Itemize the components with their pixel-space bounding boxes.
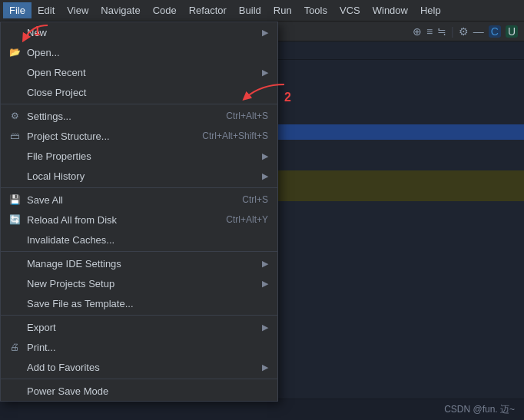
menu-item-arrow-8: ▶ xyxy=(262,171,268,181)
status-right: CSDN @fun. 迈~ xyxy=(444,403,515,416)
menu-item-label-18: Export xyxy=(27,322,256,333)
settings-icon[interactable]: ⚙ xyxy=(459,25,469,38)
toolbar-icons: ⊕ ≡ ≒ | ⚙ — C U xyxy=(413,25,518,38)
menu-bar: File Edit View Navigate Code Refactor Bu… xyxy=(0,0,524,21)
menu-item-icon-1: 📂 xyxy=(7,47,22,58)
align-icon[interactable]: ≡ xyxy=(426,25,433,38)
menu-separator xyxy=(1,187,277,188)
menu-item-label-1: Open... xyxy=(27,47,268,58)
menu-dropdown-item-3[interactable]: Close Project xyxy=(1,82,277,102)
menu-item-icon-10: 💾 xyxy=(7,194,22,205)
menu-item-label-6: Project Structure... xyxy=(27,131,202,142)
add-icon[interactable]: ⊕ xyxy=(413,25,422,38)
menu-view[interactable]: View xyxy=(61,2,95,18)
u-icon[interactable]: U xyxy=(506,25,518,38)
menu-separator xyxy=(1,379,277,379)
menu-item-icon-11: 🔄 xyxy=(7,214,22,225)
menu-item-label-15: New Projects Setup xyxy=(27,278,256,289)
menu-dropdown-item-8[interactable]: Local History▶ xyxy=(1,166,277,186)
menu-build[interactable]: Build xyxy=(233,2,267,18)
menu-item-label-3: Close Project xyxy=(27,87,268,98)
menu-dropdown-item-6[interactable]: 🗃Project Structure...Ctrl+Alt+Shift+S xyxy=(1,126,277,146)
menu-dropdown-item-10[interactable]: 💾Save AllCtrl+S xyxy=(1,190,277,210)
menu-vcs[interactable]: VCS xyxy=(333,2,366,18)
menu-item-icon-6: 🗃 xyxy=(7,131,22,141)
menu-separator xyxy=(1,315,277,316)
menu-help[interactable]: Help xyxy=(414,2,447,18)
menu-dropdown-item-12[interactable]: Invalidate Caches... xyxy=(1,230,277,250)
divider: | xyxy=(451,25,454,38)
menu-item-icon-5: ⚙ xyxy=(7,111,22,121)
menu-dropdown-item-18[interactable]: Export▶ xyxy=(1,317,277,337)
menu-item-arrow-0: ▶ xyxy=(262,28,268,38)
menu-refactor[interactable]: Refactor xyxy=(183,2,233,18)
menu-dropdown-item-16[interactable]: Save File as Template... xyxy=(1,293,277,313)
menu-edit[interactable]: Edit xyxy=(32,2,61,18)
menu-item-arrow-7: ▶ xyxy=(262,151,268,161)
menu-item-label-8: Local History xyxy=(27,170,256,182)
menu-item-shortcut-10: Ctrl+S xyxy=(242,194,268,205)
menu-item-label-12: Invalidate Caches... xyxy=(27,234,268,246)
menu-dropdown-item-2[interactable]: Open Recent▶ xyxy=(1,62,277,82)
menu-item-label-11: Reload All from Disk xyxy=(27,214,226,226)
menu-run[interactable]: Run xyxy=(267,2,298,18)
menu-item-label-22: Power Save Mode xyxy=(27,385,268,397)
menu-item-label-16: Save File as Template... xyxy=(27,298,268,309)
menu-dropdown-item-11[interactable]: 🔄Reload All from DiskCtrl+Alt+Y xyxy=(1,210,277,230)
menu-item-label-2: Open Recent xyxy=(27,67,256,78)
c-icon[interactable]: C xyxy=(489,25,501,38)
menu-item-label-7: File Properties xyxy=(27,150,256,162)
menu-dropdown-item-0[interactable]: New▶ xyxy=(1,22,277,42)
menu-dropdown-item-19[interactable]: 🖨Print... xyxy=(1,337,277,357)
menu-item-icon-19: 🖨 xyxy=(7,342,22,352)
menu-code[interactable]: Code xyxy=(147,2,183,18)
menu-item-label-10: Save All xyxy=(27,194,242,206)
minimize-icon[interactable]: — xyxy=(473,25,484,38)
menu-item-arrow-14: ▶ xyxy=(262,259,268,269)
align2-icon[interactable]: ≒ xyxy=(437,25,446,38)
menu-item-label-20: Add to Favorites xyxy=(27,362,256,373)
menu-item-arrow-20: ▶ xyxy=(262,362,268,372)
menu-dropdown-item-20[interactable]: Add to Favorites▶ xyxy=(1,357,277,377)
menu-item-arrow-15: ▶ xyxy=(262,279,268,289)
menu-separator xyxy=(1,251,277,252)
menu-item-shortcut-5: Ctrl+Alt+S xyxy=(226,111,268,121)
menu-item-shortcut-6: Ctrl+Alt+Shift+S xyxy=(202,131,268,141)
status-bar: CSDN @fun. 迈~ xyxy=(0,399,524,420)
menu-item-arrow-2: ▶ xyxy=(262,68,268,78)
menu-item-shortcut-11: Ctrl+Alt+Y xyxy=(226,214,268,225)
menu-separator xyxy=(1,104,277,104)
menu-dropdown-item-22[interactable]: Power Save Mode xyxy=(1,381,277,401)
file-dropdown-menu: New▶📂Open...Open Recent▶Close Project⚙Se… xyxy=(0,21,278,402)
menu-dropdown-item-5[interactable]: ⚙Settings...Ctrl+Alt+S xyxy=(1,106,277,126)
menu-item-label-5: Settings... xyxy=(27,111,226,122)
menu-dropdown-item-14[interactable]: Manage IDE Settings▶ xyxy=(1,253,277,273)
menu-dropdown-item-1[interactable]: 📂Open... xyxy=(1,42,277,62)
menu-tools[interactable]: Tools xyxy=(298,2,333,18)
menu-navigate[interactable]: Navigate xyxy=(95,2,146,18)
menu-dropdown-item-7[interactable]: File Properties▶ xyxy=(1,146,277,166)
menu-file[interactable]: File xyxy=(3,2,32,18)
menu-window[interactable]: Window xyxy=(366,2,414,18)
menu-dropdown-item-15[interactable]: New Projects Setup▶ xyxy=(1,273,277,293)
menu-item-label-14: Manage IDE Settings xyxy=(27,258,256,270)
menu-item-arrow-18: ▶ xyxy=(262,322,268,332)
menu-item-label-19: Print... xyxy=(27,342,268,353)
menu-item-label-0: New xyxy=(27,27,256,38)
